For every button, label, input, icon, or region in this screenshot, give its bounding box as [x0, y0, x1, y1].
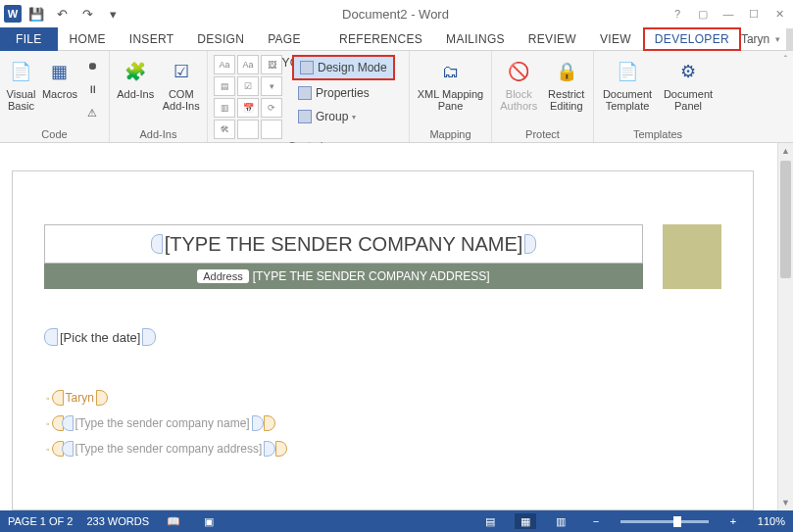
- content-control-start-icon: [52, 390, 64, 406]
- collapse-ribbon-icon[interactable]: ˆ: [778, 51, 793, 142]
- page-indicator[interactable]: PAGE 1 OF 2: [8, 515, 73, 527]
- block-authors-icon: 🚫: [504, 57, 533, 86]
- page[interactable]: [TYPE THE SENDER COMPANY NAME] Address […: [12, 170, 754, 510]
- maximize-icon[interactable]: ☐: [744, 4, 764, 24]
- addins-button[interactable]: 🧩 Add-Ins: [116, 55, 156, 100]
- macro-security-icon[interactable]: ⚠: [81, 102, 103, 123]
- web-layout-icon[interactable]: ▥: [550, 513, 571, 529]
- tab-references[interactable]: REFERENCES: [327, 27, 434, 51]
- macros-button[interactable]: ▦ Macros: [42, 55, 77, 100]
- ribbon-tabs: FILE HOME INSERT DESIGN PAGE LAYOUT REFE…: [0, 27, 793, 51]
- logo-placeholder[interactable]: [663, 224, 721, 289]
- scroll-up-icon[interactable]: ▲: [778, 143, 793, 159]
- zoom-in-icon[interactable]: +: [722, 513, 744, 529]
- legacy-tools-icon[interactable]: 🛠: [214, 120, 235, 139]
- design-mode-button[interactable]: Design Mode: [292, 55, 395, 80]
- sender-name-control[interactable]: ◦ Taryn: [44, 390, 721, 406]
- group-button[interactable]: Group ▾: [292, 106, 395, 127]
- date-placeholder[interactable]: [Pick the date]: [58, 330, 142, 345]
- document-template-button[interactable]: 📄 Document Template: [600, 55, 655, 112]
- date-control-icon[interactable]: 📅: [237, 98, 259, 118]
- com-addins-label: COM Add-Ins: [162, 88, 202, 112]
- content-control-end-icon: [275, 441, 287, 457]
- sender-address-control[interactable]: ◦ [Type the sender company address]: [44, 441, 721, 457]
- group-protect-label: Protect: [498, 127, 587, 140]
- tab-view[interactable]: VIEW: [588, 27, 643, 51]
- redo-icon[interactable]: ↷: [76, 3, 98, 24]
- scroll-down-icon[interactable]: ▼: [778, 495, 793, 510]
- tab-file[interactable]: FILE: [0, 27, 58, 51]
- help-icon[interactable]: ?: [668, 4, 687, 24]
- save-icon[interactable]: 💾: [25, 3, 47, 24]
- restrict-editing-label: Restrict Editing: [546, 88, 588, 112]
- bullet-icon: ◦: [44, 418, 52, 429]
- minimize-icon[interactable]: —: [719, 4, 738, 24]
- word-count[interactable]: 233 WORDS: [86, 515, 149, 527]
- zoom-out-icon[interactable]: −: [585, 513, 607, 529]
- content-control-end-icon: [264, 415, 275, 431]
- address-placeholder[interactable]: [TYPE THE SENDER COMPANY ADDRESS]: [253, 269, 490, 283]
- properties-button[interactable]: Properties: [292, 82, 395, 104]
- combo-control-icon[interactable]: ▾: [261, 76, 282, 96]
- picture-control-icon[interactable]: 🖼: [261, 55, 282, 74]
- user-name[interactable]: Taryn: [741, 32, 769, 46]
- group-icon: [298, 110, 312, 123]
- vertical-scrollbar[interactable]: ▲ ▼: [777, 143, 793, 510]
- tab-page-layout[interactable]: PAGE LAYOUT: [256, 27, 327, 51]
- tab-design[interactable]: DESIGN: [185, 27, 256, 51]
- sender-name[interactable]: Taryn: [64, 391, 96, 405]
- avatar[interactable]: [786, 28, 793, 50]
- header-title-control[interactable]: [TYPE THE SENDER COMPANY NAME]: [44, 224, 643, 264]
- plain-text-control-icon[interactable]: Aa: [237, 55, 259, 74]
- tab-developer[interactable]: DEVELOPER: [643, 27, 741, 51]
- repeating-control-icon[interactable]: ⟳: [261, 98, 282, 118]
- building-block-control-icon[interactable]: ▤: [214, 76, 235, 96]
- content-control-end-icon: [96, 390, 108, 406]
- visual-basic-button[interactable]: 📄 Visual Basic: [6, 55, 36, 112]
- xml-mapping-button[interactable]: 🗂 XML Mapping Pane: [417, 55, 485, 112]
- dropdown-control-icon[interactable]: ▥: [214, 98, 235, 118]
- spellcheck-icon[interactable]: 📖: [163, 513, 184, 529]
- group-templates-label: Templates: [600, 127, 716, 140]
- sender-address-placeholder[interactable]: [Type the sender company address]: [74, 442, 265, 456]
- word-app-icon: W: [4, 5, 22, 23]
- legacy-controls[interactable]: 🛠: [214, 120, 282, 139]
- user-menu-icon[interactable]: ▾: [775, 34, 780, 44]
- tab-home[interactable]: HOME: [58, 27, 118, 51]
- restrict-editing-button[interactable]: 🔒 Restrict Editing: [546, 55, 588, 112]
- print-layout-icon[interactable]: ▦: [515, 513, 536, 529]
- zoom-level[interactable]: 110%: [758, 515, 785, 527]
- sender-company-placeholder[interactable]: [Type the sender company name]: [74, 416, 252, 430]
- properties-icon: [298, 86, 312, 100]
- close-icon[interactable]: ✕: [769, 4, 789, 24]
- checkbox-control-icon[interactable]: ☑: [237, 76, 259, 96]
- scroll-thumb[interactable]: [780, 161, 791, 278]
- read-mode-icon[interactable]: ▤: [479, 513, 501, 529]
- zoom-knob[interactable]: [673, 516, 681, 527]
- rich-text-control-icon[interactable]: Aa: [214, 55, 235, 74]
- tab-review[interactable]: REVIEW: [517, 27, 588, 51]
- pause-macro-icon[interactable]: ⏸: [81, 78, 103, 100]
- title-placeholder[interactable]: [TYPE THE SENDER COMPANY NAME]: [163, 233, 525, 256]
- addins-icon: 🧩: [121, 57, 150, 86]
- ribbon-display-icon[interactable]: ▢: [693, 4, 713, 24]
- xml-mapping-label: XML Mapping Pane: [417, 88, 485, 112]
- tab-insert[interactable]: INSERT: [118, 27, 186, 51]
- content-control-start-icon: [62, 415, 74, 431]
- qat-customize-icon[interactable]: ▾: [102, 3, 124, 24]
- com-addins-button[interactable]: ☑ COM Add-Ins: [162, 55, 202, 112]
- bullet-icon: ◦: [44, 393, 52, 404]
- visual-basic-label: Visual Basic: [6, 88, 36, 112]
- content-control-end-icon: [252, 415, 264, 431]
- macro-record-icon[interactable]: ▣: [198, 513, 220, 529]
- date-content-control[interactable]: [Pick the date]: [44, 328, 156, 346]
- record-macro-icon[interactable]: ⏺: [81, 55, 103, 76]
- content-control-gallery[interactable]: Aa Aa 🖼 ▤ ☑ ▾ ▥ 📅 ⟳: [214, 55, 282, 118]
- window-title: Document2 - Word: [124, 7, 668, 22]
- xml-mapping-icon: 🗂: [436, 57, 466, 86]
- zoom-slider[interactable]: [620, 520, 709, 523]
- sender-company-control[interactable]: ◦ [Type the sender company name]: [44, 415, 721, 431]
- tab-mailings[interactable]: MAILINGS: [434, 27, 517, 51]
- undo-icon[interactable]: ↶: [51, 3, 73, 24]
- document-panel-button[interactable]: ⚙ Document Panel: [661, 55, 716, 112]
